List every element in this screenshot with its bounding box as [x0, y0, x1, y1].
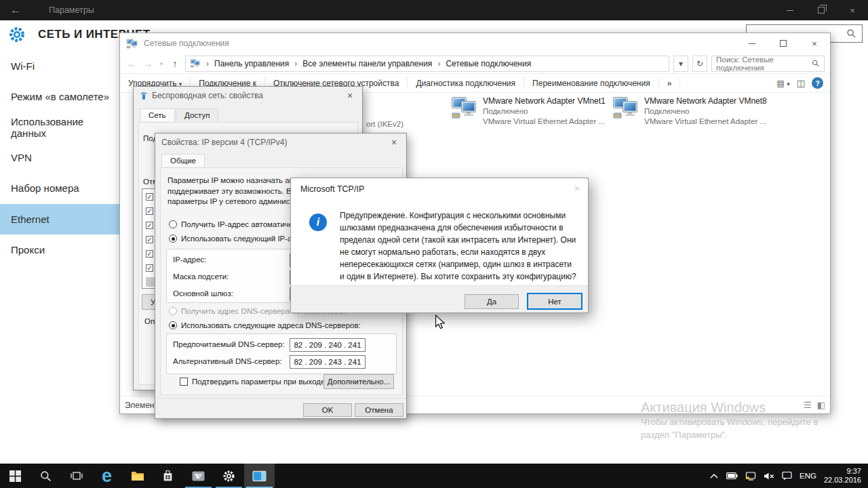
sidebar-item-ethernet[interactable]: Ethernet	[0, 204, 119, 235]
adapter-status: Подключено	[483, 106, 606, 117]
wifi-dialog-titlebar[interactable]: Беспроводная сеть: свойства ×	[134, 87, 362, 104]
adapter-name: VMware Network Adapter VMnet1	[483, 96, 606, 106]
taskbar-search-button[interactable]	[31, 464, 61, 488]
tab-general[interactable]: Общие	[161, 154, 205, 167]
address-dropdown-icon[interactable]: ▾	[673, 56, 688, 72]
close-icon[interactable]: ×	[344, 90, 356, 101]
scrollbar-thumb[interactable]	[146, 277, 155, 287]
adapter-status: Подключено	[644, 106, 767, 117]
tab-network[interactable]: Сеть	[140, 108, 175, 121]
mouse-cursor	[435, 314, 446, 329]
sidebar-item-airplane-mode[interactable]: Режим «в самолете»	[0, 81, 119, 112]
alternate-dns-label: Альтернативный DNS-сервер:	[173, 357, 282, 365]
checkbox-icon[interactable]: ✓	[146, 250, 153, 258]
list-view-icon[interactable]: ☰	[804, 400, 812, 410]
vmware-button[interactable]	[183, 464, 214, 488]
no-button[interactable]: Нет	[527, 293, 583, 310]
sidebar-item-data-usage[interactable]: Использование данных	[0, 112, 119, 142]
nav-up-icon[interactable]: ↑	[169, 58, 181, 69]
yes-button[interactable]: Да	[465, 294, 519, 309]
sidebar-item-proxy[interactable]: Прокси	[0, 235, 119, 265]
ok-button[interactable]: OK	[303, 403, 352, 417]
close-icon[interactable]: ×	[388, 137, 400, 148]
alternate-dns-field[interactable]: 82 . 209 . 243 . 241	[290, 355, 366, 369]
checkbox-icon[interactable]: ✓	[146, 264, 153, 272]
warning-message: Предупреждение. Конфигурация с нескольки…	[340, 209, 577, 283]
preferred-dns-field[interactable]: 82 . 209 . 240 . 241	[290, 338, 366, 352]
preview-pane-icon[interactable]: ◫	[797, 78, 805, 88]
tab-access[interactable]: Доступ	[176, 108, 218, 121]
control-panel-button[interactable]	[244, 464, 275, 488]
explorer-minimize-button[interactable]	[736, 33, 768, 54]
breadcrumb-control-panel[interactable]: Панель управления	[214, 59, 289, 68]
partial-adapter-label: ort (IKEv2)	[366, 120, 403, 128]
breadcrumb[interactable]: › Панель управления › Все элементы панел…	[185, 56, 669, 72]
explorer-titlebar[interactable]: Сетевые подключения ×	[120, 33, 830, 54]
help-icon[interactable]: ?	[812, 77, 823, 89]
settings-minimize-button[interactable]	[774, 0, 806, 20]
sidebar-item-vpn[interactable]: VPN	[0, 142, 119, 173]
checkbox-icon[interactable]: ✓	[146, 236, 153, 243]
adapter-vmnet1[interactable]: VMware Network Adapter VMnet1 Подключено…	[451, 96, 606, 127]
radio-manual-dns[interactable]: Использовать следующие адреса DNS-сервер…	[169, 321, 361, 329]
radio-icon[interactable]	[169, 321, 177, 329]
thumbnail-view-icon[interactable]: ◧	[817, 400, 825, 410]
ipv4-dialog-titlebar[interactable]: Свойства: IP версии 4 (TCP/IPv4) ×	[155, 134, 406, 151]
close-icon[interactable]: ×	[574, 183, 580, 194]
volume-muted-icon[interactable]	[764, 472, 774, 481]
radio-icon[interactable]	[169, 307, 177, 315]
gateway-label: Основной шлюз:	[173, 289, 233, 298]
nav-history-chevron-icon[interactable]: ▾	[158, 60, 165, 67]
checkbox-icon[interactable]: ✓	[146, 222, 153, 229]
toolbar-diagnose[interactable]: Диагностика подключения	[408, 77, 524, 89]
task-view-button[interactable]	[61, 464, 92, 488]
radio-icon[interactable]	[169, 220, 177, 228]
radio-auto-ip[interactable]: Получить IP-адрес автоматически	[169, 220, 304, 228]
explorer-close-button[interactable]: ×	[799, 33, 830, 54]
breadcrumb-all-items[interactable]: Все элементы панели управления	[302, 59, 432, 68]
explorer-search-box[interactable]: Поиск: Сетевые подключения	[711, 56, 825, 72]
checkbox-icon[interactable]: ✓	[146, 207, 153, 215]
language-indicator[interactable]: ENG	[800, 472, 816, 480]
network-status-icon[interactable]	[745, 472, 756, 481]
start-button[interactable]	[0, 464, 31, 488]
cancel-button[interactable]: Отмена	[355, 403, 403, 417]
checkbox-icon[interactable]	[180, 378, 188, 386]
settings-restore-button[interactable]	[806, 0, 837, 20]
sidebar-item-dialup[interactable]: Набор номера	[0, 173, 119, 203]
action-center-icon[interactable]	[782, 471, 792, 481]
settings-close-button[interactable]: ×	[837, 0, 868, 20]
taskbar-settings-button[interactable]	[214, 464, 244, 488]
tray-chevron-up-icon[interactable]	[709, 472, 719, 480]
confirm-on-exit-checkbox[interactable]: Подтвердить параметры при выходе	[180, 378, 325, 386]
breadcrumb-network-connections[interactable]: Сетевые подключения	[446, 59, 531, 68]
description-label: Описание	[144, 317, 155, 325]
adapter-vmnet8[interactable]: VMware Network Adapter VMnet8 Подключено…	[612, 96, 767, 127]
checkbox-icon[interactable]: ✓	[146, 193, 153, 201]
toolbar-overflow-chevron[interactable]: »	[659, 77, 681, 89]
search-icon	[40, 470, 52, 482]
explorer-window-title: Сетевые подключения	[144, 39, 229, 48]
file-explorer-button[interactable]	[122, 464, 153, 488]
store-bag-icon	[162, 470, 174, 482]
gear-icon	[222, 470, 235, 483]
sidebar-item-wifi[interactable]: Wi-Fi	[0, 51, 119, 81]
watermark-line1: Чтобы активировать Windows, перейдите в	[641, 415, 818, 428]
nav-forward-icon[interactable]: →	[142, 58, 154, 69]
tcpip-dialog-title: Microsoft TCP/IP	[300, 184, 364, 194]
edge-button[interactable]: e	[92, 464, 122, 488]
tcpip-footer: Да Нет	[291, 285, 588, 312]
explorer-maximize-button[interactable]	[768, 33, 799, 54]
vmware-icon	[192, 471, 205, 481]
advanced-button[interactable]: Дополнительно...	[323, 374, 394, 389]
store-button[interactable]	[153, 464, 183, 488]
battery-icon[interactable]	[726, 472, 738, 480]
refresh-icon[interactable]: ↻	[692, 56, 707, 72]
tcpip-warning-dialog: Microsoft TCP/IP × i Предупреждение. Кон…	[290, 178, 589, 313]
back-arrow-icon[interactable]: ←	[0, 4, 31, 16]
nav-back-icon[interactable]: ←	[125, 58, 138, 69]
view-details-icon[interactable]: ▤ ▾	[777, 79, 790, 88]
radio-icon[interactable]	[169, 235, 177, 243]
toolbar-rename[interactable]: Переименование подключения	[524, 77, 659, 89]
taskbar-clock[interactable]: 9:37 22.03.2016	[824, 467, 861, 485]
